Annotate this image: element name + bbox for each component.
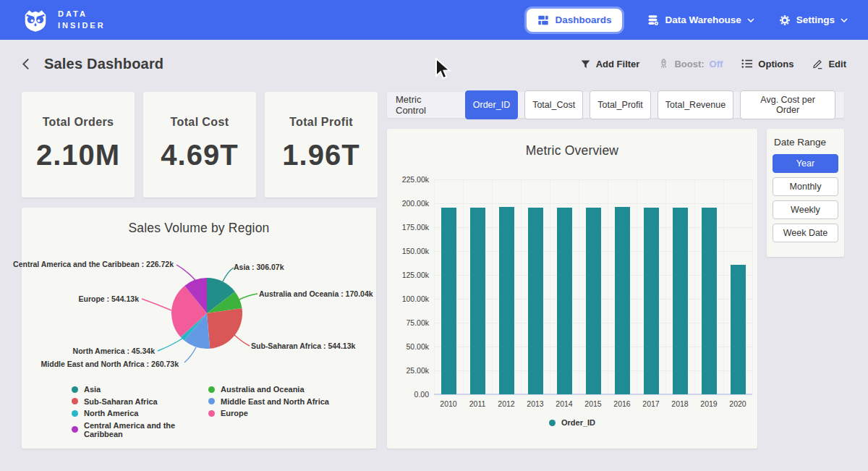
x-tick-label: 2018 bbox=[665, 399, 694, 408]
kpi-value: 4.69T bbox=[161, 139, 238, 171]
bar-2010[interactable] bbox=[441, 208, 456, 394]
add-filter-button[interactable]: Add Filter bbox=[580, 59, 640, 69]
metric-chip-total-revenue[interactable]: Total_Revenue bbox=[658, 90, 733, 119]
x-tick-label: 2012 bbox=[492, 399, 521, 408]
add-filter-label: Add Filter bbox=[596, 59, 640, 69]
options-button[interactable]: Options bbox=[741, 59, 793, 69]
date-range-label: Date Range bbox=[774, 137, 838, 148]
database-icon bbox=[647, 14, 659, 26]
date-range-week-date[interactable]: Week Date bbox=[773, 224, 838, 242]
owl-logo-icon bbox=[22, 7, 49, 34]
legend-item[interactable]: North America bbox=[72, 409, 208, 417]
funnel-icon bbox=[580, 59, 591, 69]
plot-band-line bbox=[752, 179, 753, 394]
bar-2015[interactable] bbox=[586, 208, 601, 394]
legend-item[interactable]: Middle East and North Africa bbox=[208, 397, 329, 406]
pie-callout-australia: Australia and Oceania : 170.04k bbox=[259, 289, 373, 298]
metric-chip-total-cost[interactable]: Total_Cost bbox=[524, 90, 583, 119]
y-tick-label: 25.00k bbox=[387, 366, 429, 375]
x-tick-label: 2019 bbox=[694, 399, 723, 408]
x-tick-label: 2013 bbox=[521, 399, 550, 408]
bar-2011[interactable] bbox=[470, 208, 485, 394]
legend-dot bbox=[208, 410, 215, 417]
legend-label: Sub-Saharan Africa bbox=[84, 397, 158, 406]
legend-label: Asia bbox=[84, 385, 101, 394]
pie-callout-northamerica: North America : 45.34k bbox=[73, 347, 155, 355]
legend-dot bbox=[549, 420, 556, 426]
x-tick-label: 2020 bbox=[723, 399, 752, 408]
back-button[interactable] bbox=[22, 58, 30, 70]
edit-button[interactable]: Edit bbox=[812, 58, 846, 69]
x-tick-label: 2015 bbox=[579, 399, 608, 408]
pie-legend-column-0: AsiaSub-Saharan AfricaNorth AmericaCentr… bbox=[72, 385, 208, 438]
kpi-card-total-profit: Total Profit 1.96T bbox=[265, 92, 378, 198]
bar-2018[interactable] bbox=[673, 208, 688, 394]
bar-2017[interactable] bbox=[644, 208, 659, 394]
nav-settings[interactable]: Settings bbox=[779, 14, 848, 26]
nav-data-warehouse[interactable]: Data Warehouse bbox=[647, 14, 754, 26]
bar-2012[interactable] bbox=[499, 207, 514, 394]
legend-label: Australia and Oceania bbox=[221, 385, 305, 394]
nav-settings-label: Settings bbox=[796, 14, 835, 25]
date-range-year[interactable]: Year bbox=[773, 154, 838, 173]
metric-control-strip: Metric Control Order_IDTotal_CostTotal_P… bbox=[387, 92, 844, 118]
bar-chart-card: Metric Overview 225.00k200.00k175.00k150… bbox=[387, 129, 757, 449]
pie-callout-subsaharan: Sub-Saharan Africa : 544.13k bbox=[251, 341, 355, 350]
brand-text: DATA INSIDER bbox=[58, 9, 106, 32]
kpi-card-total-orders: Total Orders 2.10M bbox=[22, 92, 135, 198]
bar-2014[interactable] bbox=[557, 208, 572, 394]
brand-line2: INSIDER bbox=[58, 20, 106, 32]
metric-chip-avg-cost-per-order[interactable]: Avg. Cost per Order bbox=[740, 90, 835, 119]
page-title: Sales Dashboard bbox=[44, 56, 163, 72]
legend-item[interactable]: Central America and the Caribbean bbox=[72, 421, 208, 438]
pie-callout-mena: Middle East and North Africa : 260.73k bbox=[41, 360, 179, 368]
top-navbar: DATA INSIDER Dashboards bbox=[0, 0, 868, 40]
navbar-menu: Dashboards Data Warehouse bbox=[527, 9, 848, 32]
app-root: DATA INSIDER Dashboards bbox=[0, 0, 868, 471]
metric-control-label: Metric Control bbox=[396, 94, 454, 116]
nav-data-warehouse-label: Data Warehouse bbox=[665, 14, 741, 25]
nav-dashboards-label: Dashboards bbox=[555, 14, 611, 25]
brand: DATA INSIDER bbox=[22, 7, 106, 34]
metric-chip-total-profit[interactable]: Total_Profit bbox=[590, 90, 651, 119]
brand-line1: DATA bbox=[58, 9, 106, 20]
pie-slice-2[interactable] bbox=[207, 308, 242, 349]
legend-item[interactable]: Europe bbox=[208, 409, 329, 417]
x-tick-label: 2016 bbox=[608, 399, 637, 408]
boost-toggle[interactable]: Boost: Off bbox=[658, 58, 723, 69]
metric-chip-order-id[interactable]: Order_ID bbox=[465, 90, 518, 119]
dashboard-grid-icon bbox=[537, 14, 549, 26]
kpi-label: Total Orders bbox=[43, 116, 114, 129]
edit-label: Edit bbox=[828, 59, 846, 69]
kpi-label: Total Profit bbox=[289, 116, 353, 129]
legend-item[interactable]: Asia bbox=[72, 385, 208, 394]
x-tick-label: 2011 bbox=[463, 399, 492, 408]
y-axis: 225.00k200.00k175.00k150.00k125.00k100.0… bbox=[387, 179, 429, 394]
pie-chart-card: Sales Volume by Region Asia : 306.07k Au… bbox=[22, 208, 376, 449]
bar-2019[interactable] bbox=[702, 208, 717, 394]
bar-2013[interactable] bbox=[528, 208, 543, 394]
bar-2016[interactable] bbox=[615, 207, 630, 394]
legend-dot bbox=[72, 410, 78, 417]
bar-series bbox=[434, 179, 752, 394]
kpi-value: 1.96T bbox=[282, 139, 359, 171]
boost-value: Off bbox=[710, 59, 723, 69]
bar-chart-legend: Order_ID bbox=[387, 418, 757, 427]
date-range-weekly[interactable]: Weekly bbox=[773, 200, 838, 219]
nav-dashboards-button[interactable]: Dashboards bbox=[527, 9, 622, 32]
legend-item[interactable]: Australia and Oceania bbox=[208, 385, 329, 394]
legend-label: Central America and the Caribbean bbox=[84, 421, 208, 438]
legend-item[interactable]: Sub-Saharan Africa bbox=[72, 397, 208, 406]
legend-dot bbox=[72, 426, 78, 433]
pie-callout-central: Central America and the Caribbean : 226.… bbox=[13, 260, 174, 268]
bar-2020[interactable] bbox=[731, 265, 746, 394]
pie-callout-europe: Europe : 544.13k bbox=[79, 294, 139, 303]
legend-item-order-id[interactable]: Order_ID bbox=[549, 418, 595, 427]
chevron-down-icon bbox=[841, 18, 848, 22]
x-tick-label: 2017 bbox=[637, 399, 665, 408]
date-range-monthly[interactable]: Monthly bbox=[773, 177, 838, 196]
list-icon bbox=[741, 59, 753, 69]
legend-dot bbox=[72, 398, 78, 404]
bar-plot-area bbox=[434, 179, 752, 394]
y-tick-label: 150.00k bbox=[387, 247, 429, 255]
